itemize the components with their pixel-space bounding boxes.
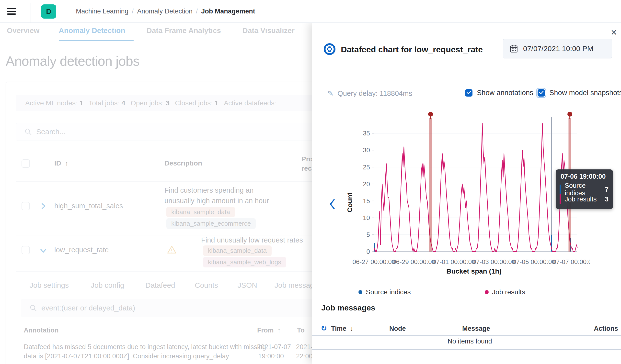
menu-icon[interactable] <box>7 8 16 15</box>
checkbox-label: Show model snapshots <box>549 89 621 97</box>
breadcrumb: Machine Learning / Anomaly Detection / J… <box>76 0 255 23</box>
column-header-time[interactable]: Time ↓ <box>331 325 353 332</box>
breadcrumb-separator: / <box>196 8 198 15</box>
svg-text:35: 35 <box>363 130 370 137</box>
datafeed-chart[interactable]: 0510152025303506-27 00:00:0006-29 00:00:… <box>343 110 590 276</box>
tooltip-series-value: 3 <box>605 196 608 203</box>
svg-text:15: 15 <box>363 197 370 205</box>
tooltip-row: Job results 3 <box>556 194 613 204</box>
tooltip-series-value: 7 <box>605 186 608 193</box>
breadcrumb-job-management: Job Management <box>201 8 255 15</box>
tooltip-series-label: Job results <box>565 196 605 203</box>
refresh-icon[interactable]: ↻ <box>321 324 327 332</box>
checkbox-checked-icon[interactable] <box>465 89 472 97</box>
svg-text:Bucket span (1h): Bucket span (1h) <box>446 267 501 275</box>
svg-text:07-01 00:00:00: 07-01 00:00:00 <box>432 258 475 265</box>
legend-dot <box>359 290 362 294</box>
svg-text:07-03 00:00:00: 07-03 00:00:00 <box>472 258 515 265</box>
svg-text:30: 30 <box>363 147 370 154</box>
header-divider <box>67 3 67 23</box>
sort-desc-icon: ↓ <box>350 325 353 332</box>
job-messages-heading: Job messages <box>321 303 375 313</box>
date-picker-button[interactable]: 07/07/2021 10:00 PM <box>503 39 612 58</box>
close-icon[interactable]: ✕ <box>608 27 619 38</box>
legend-job-results[interactable]: Job results <box>485 288 525 296</box>
breadcrumb-anomaly-detection[interactable]: Anomaly Detection <box>137 8 192 15</box>
svg-text:0: 0 <box>366 248 370 255</box>
flyout-header-divider <box>312 76 621 76</box>
datafeed-chart-flyout: ✕ Datafeed chart for low_request_rate 07… <box>312 23 621 364</box>
svg-text:25: 25 <box>363 164 370 171</box>
tooltip-series-label: Source indices <box>565 182 605 197</box>
svg-text:20: 20 <box>363 181 370 188</box>
svg-text:07-07 00:00:00: 07-07 00:00:00 <box>553 258 590 265</box>
column-header-actions: Actions <box>594 325 618 332</box>
header-divider <box>31 3 31 23</box>
edit-icon: ✎ <box>328 89 333 98</box>
column-header-node: Node <box>389 325 406 332</box>
datafeed-chart-icon <box>323 43 336 55</box>
legend-dot <box>485 290 489 294</box>
top-header: D Machine Learning / Anomaly Detection /… <box>0 0 621 23</box>
chart-tooltip: 07-06 19:00:00 Source indices 7 Job resu… <box>556 169 613 209</box>
no-items-found-text: No items found <box>321 338 618 345</box>
date-picker-value: 07/07/2021 10:00 PM <box>523 45 593 53</box>
flyout-title: Datafeed chart for low_request_rate <box>341 45 483 54</box>
column-header-message: Message <box>462 325 490 332</box>
query-delay-text: Query delay: 118804ms <box>337 89 412 98</box>
svg-text:07-05 00:00:00: 07-05 00:00:00 <box>513 258 555 265</box>
show-model-snapshots-checkbox[interactable]: Show model snapshots <box>537 89 621 97</box>
svg-text:06-27 00:00:00: 06-27 00:00:00 <box>353 258 396 265</box>
legend-label: Job results <box>492 288 525 296</box>
svg-text:5: 5 <box>366 231 370 238</box>
query-delay[interactable]: ✎ Query delay: 118804ms <box>328 89 412 98</box>
svg-text:06-29 00:00:00: 06-29 00:00:00 <box>393 258 435 265</box>
series-swatch <box>560 184 561 194</box>
breadcrumb-machine-learning[interactable]: Machine Learning <box>76 8 128 15</box>
checkbox-label: Show annotations <box>477 89 534 97</box>
space-avatar[interactable]: D <box>41 4 56 18</box>
calendar-icon <box>509 44 518 53</box>
breadcrumb-separator: / <box>132 8 134 15</box>
show-annotations-checkbox[interactable]: Show annotations <box>465 89 534 97</box>
checkbox-checked-icon[interactable] <box>537 89 545 97</box>
svg-text:10: 10 <box>363 214 370 221</box>
legend-source-indices[interactable]: Source indices <box>359 288 411 296</box>
table-divider <box>312 335 621 336</box>
tooltip-row: Source indices 7 <box>556 184 613 194</box>
tooltip-timestamp: 07-06 19:00:00 <box>556 169 613 183</box>
table-divider <box>312 349 621 350</box>
legend-label: Source indices <box>366 288 411 296</box>
svg-text:Count: Count <box>346 193 354 213</box>
series-swatch <box>560 194 561 204</box>
chevron-left-icon[interactable] <box>326 197 338 212</box>
